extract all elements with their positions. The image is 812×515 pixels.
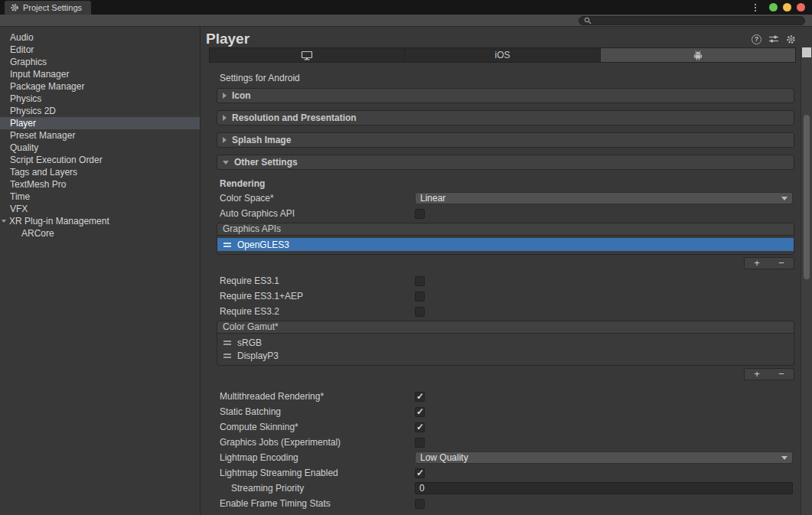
sidebar-item-graphics[interactable]: Graphics — [0, 56, 200, 68]
settings-for-label: Settings for Android — [220, 73, 801, 83]
section-icon[interactable]: Icon — [217, 88, 794, 103]
platform-tab-standalone[interactable] — [209, 47, 404, 63]
search-box[interactable] — [579, 16, 805, 25]
section-label: Resolution and Presentation — [232, 112, 357, 123]
lightmap-encoding-label: Lightmap Encoding — [220, 452, 415, 463]
sidebar-item-label: XR Plug-in Management — [9, 215, 109, 227]
add-button[interactable]: + — [745, 369, 769, 380]
sidebar-item-input-manager[interactable]: Input Manager — [0, 68, 200, 80]
foldout-expanded-icon[interactable] — [2, 220, 6, 223]
titlebar: Project Settings — [0, 0, 812, 15]
sidebar-item-arcore[interactable]: ARCore — [0, 227, 200, 240]
section-label: Splash Image — [232, 135, 291, 145]
sidebar-item-tags-and-layers[interactable]: Tags and Layers — [0, 166, 200, 178]
graphics-jobs-label: Graphics Jobs (Experimental) — [220, 437, 415, 448]
color-gamut-list: Color Gamut* sRGB DisplayP3 — [217, 321, 794, 366]
section-splash-image[interactable]: Splash Image — [217, 132, 794, 148]
traffic-light-yellow[interactable] — [783, 3, 791, 11]
sidebar-item-audio[interactable]: Audio — [0, 31, 200, 44]
sidebar-item-physics[interactable]: Physics — [0, 93, 200, 105]
color-gamut-list-title: Color Gamut* — [217, 321, 794, 334]
multithreaded-rendering-checkbox[interactable] — [415, 392, 425, 402]
window-controls — [753, 0, 805, 15]
require-es32-checkbox[interactable] — [415, 307, 425, 317]
traffic-light-green[interactable] — [769, 3, 778, 11]
search-input[interactable] — [595, 17, 800, 24]
compute-skinning-checkbox[interactable] — [415, 422, 425, 432]
kebab-menu-icon[interactable] — [753, 2, 758, 13]
require-es31-label: Require ES3.1 — [220, 275, 415, 286]
color-gamut-item-label: sRGB — [237, 337, 262, 348]
sidebar-item-script-execution-order[interactable]: Script Execution Order — [0, 154, 200, 166]
rendering-subheader: Rendering — [220, 177, 793, 191]
chevron-down-icon — [781, 456, 788, 460]
graphics-apis-list: Graphics APIs OpenGLES3 — [217, 223, 794, 255]
player-settings-panel: Player ? — [201, 27, 801, 515]
require-es31-aep-label: Require ES3.1+AEP — [220, 291, 415, 302]
color-gamut-item-displayp3[interactable]: DisplayP3 — [217, 349, 794, 362]
section-other-settings[interactable]: Other Settings — [217, 155, 794, 170]
gear-menu-icon[interactable] — [786, 34, 796, 44]
remove-button[interactable]: − — [769, 258, 794, 269]
sidebar-item-editor[interactable]: Editor — [0, 44, 200, 56]
lightmap-encoding-value: Low Quality — [420, 452, 781, 463]
section-resolution-and-presentation[interactable]: Resolution and Presentation — [217, 110, 794, 125]
sidebar-item-xr-plugin-management[interactable]: XR Plug-in Management — [0, 215, 200, 227]
drag-handle-icon[interactable] — [223, 354, 231, 358]
foldout-collapsed-icon — [223, 137, 227, 143]
streaming-priority-field[interactable] — [415, 482, 793, 494]
remove-button[interactable]: − — [769, 369, 794, 380]
sidebar-item-time[interactable]: Time — [0, 191, 200, 203]
scrollbar-thumb[interactable] — [804, 115, 810, 279]
color-gamut-item-label: DisplayP3 — [237, 350, 279, 361]
color-space-value: Linear — [420, 193, 781, 204]
color-gamut-list-buttons: + − — [744, 368, 794, 380]
vertical-scrollbar[interactable] — [801, 47, 812, 515]
lightmap-streaming-label: Lightmap Streaming Enabled — [220, 468, 415, 478]
toolbar — [0, 15, 812, 27]
require-es31-aep-checkbox[interactable] — [415, 292, 425, 302]
frame-timing-stats-checkbox[interactable] — [415, 499, 425, 509]
platform-tab-ios[interactable]: iOS — [404, 47, 599, 63]
platform-tab-ios-label: iOS — [494, 50, 510, 60]
add-button[interactable]: + — [745, 258, 769, 269]
sidebar-item-quality[interactable]: Quality — [0, 142, 200, 154]
lightmap-streaming-checkbox[interactable] — [415, 468, 425, 478]
graphics-apis-list-title: Graphics APIs — [217, 223, 794, 236]
window-tab-title: Project Settings — [23, 3, 82, 12]
drag-handle-icon[interactable] — [223, 243, 231, 247]
require-es32-label: Require ES3.2 — [220, 306, 415, 317]
auto-graphics-api-checkbox[interactable] — [415, 209, 425, 219]
color-space-dropdown[interactable]: Linear — [415, 192, 793, 204]
page-title: Player — [206, 31, 752, 47]
gear-icon — [10, 3, 19, 12]
help-icon[interactable]: ? — [752, 34, 761, 44]
sidebar-item-vfx[interactable]: VFX — [0, 203, 200, 215]
frame-timing-stats-label: Enable Frame Timing Stats — [220, 498, 415, 509]
platform-tab-android[interactable] — [600, 47, 796, 63]
platform-tab-bar: iOS — [209, 47, 796, 63]
graphics-apis-list-buttons: + − — [744, 257, 794, 269]
presets-icon[interactable] — [768, 34, 779, 44]
scrollbar-top-cap — [802, 47, 811, 57]
sidebar-item-player[interactable]: Player — [0, 117, 200, 129]
drag-handle-icon[interactable] — [223, 341, 231, 345]
static-batching-checkbox[interactable] — [415, 407, 425, 417]
main-header: Player ? — [201, 27, 801, 47]
lightmap-encoding-dropdown[interactable]: Low Quality — [415, 451, 793, 464]
color-gamut-item-srgb[interactable]: sRGB — [217, 336, 794, 349]
sidebar-item-textmesh-pro[interactable]: TextMesh Pro — [0, 178, 200, 191]
require-es31-checkbox[interactable] — [415, 276, 425, 286]
window-tab-project-settings[interactable]: Project Settings — [5, 1, 91, 15]
foldout-expanded-icon — [223, 161, 229, 165]
traffic-light-red[interactable] — [797, 3, 805, 11]
monitor-icon — [301, 51, 313, 60]
graphics-api-item-label: OpenGLES3 — [237, 240, 289, 250]
sidebar-item-physics-2d[interactable]: Physics 2D — [0, 105, 200, 117]
sidebar-item-preset-manager[interactable]: Preset Manager — [0, 129, 200, 142]
foldout-collapsed-icon — [223, 93, 227, 99]
header-icons: ? — [752, 34, 796, 44]
graphics-api-item-opengles3[interactable]: OpenGLES3 — [217, 238, 794, 251]
graphics-jobs-checkbox[interactable] — [415, 438, 425, 448]
sidebar-item-package-manager[interactable]: Package Manager — [0, 80, 200, 93]
